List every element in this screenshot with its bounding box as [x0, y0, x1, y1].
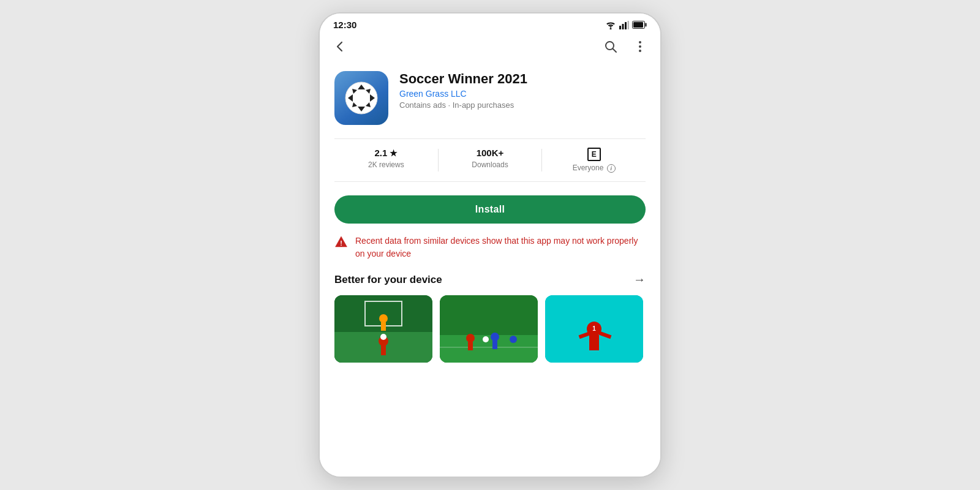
- game-thumb-2[interactable]: [440, 295, 538, 363]
- star-icon: ★: [390, 148, 398, 158]
- svg-rect-33: [440, 335, 538, 363]
- app-developer[interactable]: Green Grass LLC: [399, 89, 527, 99]
- rating-value: 2.1 ★: [374, 148, 398, 158]
- svg-text:1: 1: [592, 325, 596, 332]
- status-icons: [605, 21, 647, 29]
- back-button[interactable]: [331, 37, 349, 59]
- game-image-2: [440, 295, 538, 363]
- warning-text: Recent data from similar devices show th…: [355, 235, 646, 260]
- search-button[interactable]: [601, 37, 620, 59]
- age-rating-stat: E Everyone i: [542, 148, 646, 173]
- game-thumb-3[interactable]: 1: [545, 295, 643, 363]
- app-info: Soccer Winner 2021 Green Grass LLC Conta…: [399, 71, 527, 110]
- cellular-icon: [619, 21, 629, 29]
- better-section-title: Better for your device: [334, 274, 442, 286]
- status-bar: 12:30: [320, 13, 660, 32]
- rating-stat: 2.1 ★ 2K reviews: [334, 148, 438, 173]
- app-icon: [334, 71, 388, 125]
- stats-row: 2.1 ★ 2K reviews 100K+ Downloads E Every…: [334, 138, 646, 182]
- svg-point-35: [466, 334, 475, 342]
- battery-icon: [632, 21, 647, 29]
- wifi-icon: [605, 21, 616, 29]
- downloads-value: 100K+: [477, 148, 504, 158]
- svg-rect-36: [468, 342, 473, 350]
- svg-point-39: [510, 336, 517, 343]
- age-rating-value: E: [587, 148, 601, 161]
- games-row: 1: [334, 295, 646, 363]
- game-image-1: [334, 295, 432, 363]
- phone-frame: 12:30: [318, 12, 662, 478]
- age-rating-label: Everyone i: [573, 164, 616, 173]
- svg-point-40: [483, 336, 489, 342]
- svg-line-9: [613, 49, 617, 53]
- app-meta: Contains ads · In-app purchases: [399, 100, 527, 110]
- esrb-e-icon: E: [587, 148, 601, 161]
- app-header: Soccer Winner 2021 Green Grass LLC Conta…: [334, 71, 646, 125]
- main-content: Soccer Winner 2021 Green Grass LLC Conta…: [320, 64, 660, 477]
- svg-rect-1: [619, 26, 621, 29]
- warning-icon: !: [334, 235, 348, 252]
- svg-rect-31: [381, 322, 386, 331]
- top-nav-bar: [320, 32, 660, 64]
- svg-rect-2: [622, 24, 624, 29]
- svg-rect-43: [589, 335, 599, 350]
- more-options-button[interactable]: [631, 37, 649, 59]
- svg-point-29: [380, 334, 386, 340]
- top-bar-actions: [601, 37, 649, 59]
- svg-rect-28: [381, 345, 386, 355]
- info-icon[interactable]: i: [607, 164, 616, 173]
- status-time: 12:30: [333, 20, 356, 30]
- game-image-3: 1: [545, 295, 643, 363]
- svg-text:!: !: [340, 239, 342, 247]
- svg-point-10: [639, 41, 641, 43]
- svg-point-0: [610, 28, 612, 29]
- better-section-header: Better for your device →: [334, 273, 646, 287]
- svg-point-12: [639, 50, 641, 52]
- svg-point-37: [491, 333, 499, 341]
- svg-rect-3: [625, 22, 627, 29]
- soccer-ball-icon: [343, 80, 380, 116]
- game-thumb-1[interactable]: [334, 295, 432, 363]
- app-title: Soccer Winner 2021: [399, 71, 527, 87]
- svg-point-30: [379, 314, 388, 323]
- section-arrow-icon[interactable]: →: [633, 273, 646, 287]
- svg-rect-38: [492, 341, 497, 349]
- svg-point-11: [639, 45, 641, 48]
- svg-rect-7: [633, 22, 643, 28]
- svg-rect-6: [646, 23, 647, 27]
- downloads-label: Downloads: [472, 160, 508, 169]
- downloads-stat: 100K+ Downloads: [439, 148, 542, 173]
- svg-rect-4: [628, 21, 630, 29]
- warning-box: ! Recent data from similar devices show …: [334, 235, 646, 260]
- install-button[interactable]: Install: [334, 195, 646, 224]
- rating-label: 2K reviews: [368, 160, 404, 169]
